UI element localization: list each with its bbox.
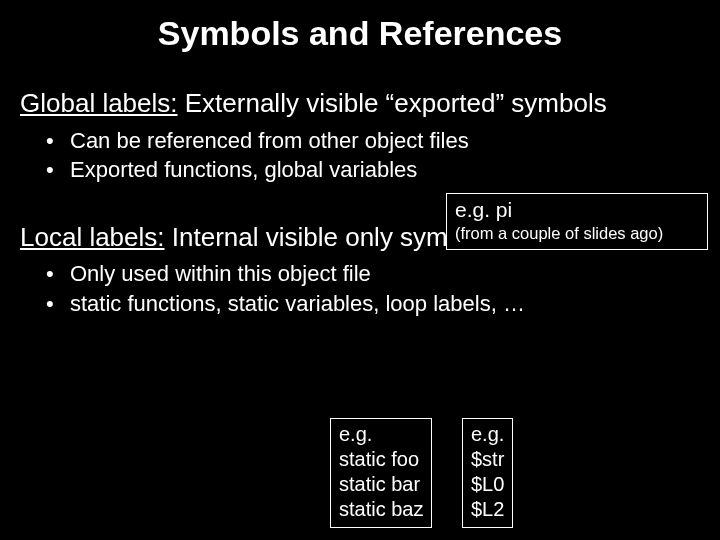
box-line: e.g.: [339, 422, 423, 447]
bullet-item: static functions, static variables, loop…: [70, 289, 720, 319]
bullet-item: Can be referenced from other object file…: [70, 126, 720, 156]
global-desc: Externally visible “exported” symbols: [178, 88, 607, 118]
box-line: $L2: [471, 497, 504, 522]
example-box-static: e.g. static foo static bar static baz: [330, 418, 432, 528]
local-label: Local labels:: [20, 222, 165, 252]
example-box-labels: e.g. $str $L0 $L2: [462, 418, 513, 528]
bullet-item: Exported functions, global variables: [70, 155, 720, 185]
box-line: static baz: [339, 497, 423, 522]
box-line: static bar: [339, 472, 423, 497]
global-label: Global labels:: [20, 88, 178, 118]
bullet-item: Only used within this object file: [70, 259, 720, 289]
box-line: e.g.: [471, 422, 504, 447]
local-bullets: Only used within this object file static…: [0, 259, 720, 318]
box-line: (from a couple of slides ago): [455, 223, 699, 244]
section-global: Global labels: Externally visible “expor…: [0, 87, 720, 120]
box-line: $L0: [471, 472, 504, 497]
box-line: $str: [471, 447, 504, 472]
box-line: e.g. pi: [455, 197, 699, 223]
example-box-pi: e.g. pi (from a couple of slides ago): [446, 193, 708, 250]
slide-title: Symbols and References: [0, 0, 720, 73]
global-bullets: Can be referenced from other object file…: [0, 126, 720, 185]
box-line: static foo: [339, 447, 423, 472]
